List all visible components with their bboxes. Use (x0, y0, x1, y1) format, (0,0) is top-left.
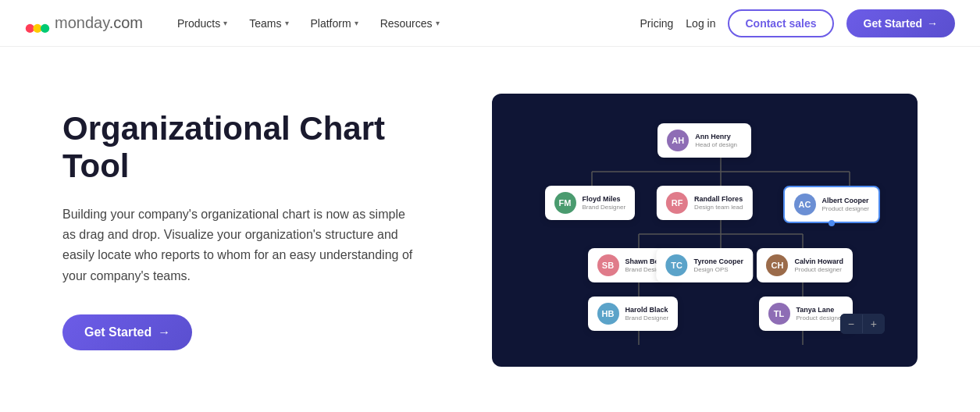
chevron-down-icon: ▾ (285, 19, 289, 27)
hero-get-started-button[interactable]: Get Started → (62, 314, 192, 350)
contact-sales-button[interactable]: Contact sales (728, 9, 833, 37)
nav-products[interactable]: Products ▾ (168, 11, 237, 36)
svg-point-0 (26, 23, 34, 32)
hero-title: Organizational Chart Tool (62, 110, 445, 186)
org-chart-panel: AH Ann Henry Head of design FM Floyd Mil… (492, 94, 918, 367)
card-ann: AH Ann Henry Head of design (657, 123, 751, 158)
avatar-tyrone: TC (666, 254, 688, 276)
chevron-down-icon: ▾ (355, 19, 358, 27)
chevron-down-icon: ▾ (223, 19, 227, 27)
nav-resources[interactable]: Resources ▾ (371, 11, 449, 36)
pricing-link[interactable]: Pricing (640, 17, 674, 30)
card-tanya: TL Tanya Lane Product designer (759, 297, 853, 331)
nav-left-items: Products ▾ Teams ▾ Platform ▾ Resources … (168, 11, 640, 36)
avatar-tanya: TL (768, 303, 790, 325)
avatar-shawn: SB (597, 254, 619, 276)
logo-svg (25, 11, 50, 36)
hero-left: Organizational Chart Tool Building your … (62, 110, 445, 350)
avatar-ann: AH (667, 130, 689, 151)
svg-point-1 (33, 23, 41, 32)
zoom-in-button[interactable]: + (863, 314, 885, 334)
card-tyrone: TC Tyrone Cooper Design OPS (657, 248, 753, 282)
svg-point-2 (41, 23, 49, 32)
login-link[interactable]: Log in (686, 17, 715, 30)
nav-platform[interactable]: Platform ▾ (301, 11, 368, 36)
zoom-controls: − + (840, 314, 885, 334)
avatar-albert: AC (794, 194, 816, 215)
zoom-out-button[interactable]: − (840, 314, 862, 334)
avatar-floyd: FM (554, 192, 576, 214)
hero-section: Organizational Chart Tool Building your … (0, 47, 980, 412)
nav-teams[interactable]: Teams ▾ (240, 11, 298, 36)
card-floyd: FM Floyd Miles Brand Designer (545, 186, 636, 220)
nav-get-started-button[interactable]: Get Started → (846, 9, 955, 37)
chevron-down-icon: ▾ (436, 19, 440, 27)
avatar-harold: HB (597, 303, 619, 325)
card-calvin: CH Calvin Howard Product designer (757, 248, 853, 282)
avatar-randall: RF (666, 192, 688, 214)
logo-link[interactable]: monday.com (25, 11, 143, 36)
blue-connector-dot (829, 220, 835, 226)
logo-wordmark: monday.com (55, 14, 143, 32)
card-randall: RF Randall Flores Design team lead (657, 186, 752, 220)
card-harold: HB Harold Black Brand Designer (588, 297, 679, 331)
navbar: monday.com Products ▾ Teams ▾ Platform ▾… (0, 0, 980, 47)
card-albert: AC Albert Cooper Product designer (783, 186, 880, 223)
hero-description: Building your company's organizational c… (62, 204, 422, 287)
avatar-calvin: CH (766, 254, 788, 276)
nav-right-items: Pricing Log in Contact sales Get Started… (640, 9, 955, 37)
